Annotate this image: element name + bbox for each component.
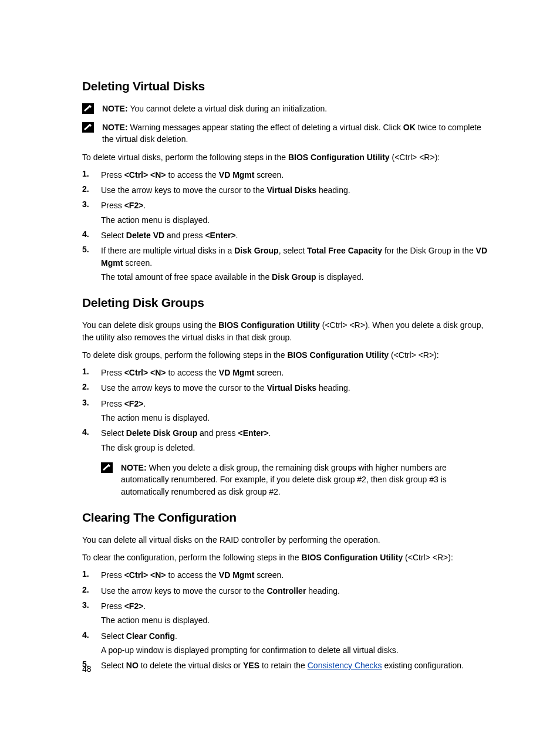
step-result: The action menu is displayed. — [101, 214, 492, 226]
step-list: 1.Press <Ctrl> <N> to access the VD Mgmt… — [82, 367, 492, 454]
page-number: 48 — [82, 664, 92, 674]
step-item: 3.Press <F2>.The action menu is displaye… — [82, 398, 492, 424]
step-item: 4.Select Delete Disk Group and press <En… — [82, 427, 492, 454]
step-body: Press <F2>.The action menu is displayed. — [101, 600, 492, 627]
note-icon — [82, 103, 94, 116]
step-result: The action menu is displayed. — [101, 614, 492, 626]
step-item: 3.Press <F2>.The action menu is displaye… — [82, 199, 492, 226]
step-result: The action menu is displayed. — [101, 412, 492, 424]
step-number: 4. — [82, 427, 101, 437]
step-body: Press <Ctrl> <N> to access the VD Mgmt s… — [101, 367, 492, 378]
step-number: 2. — [82, 382, 101, 391]
step-result: The total amount of free space available… — [101, 271, 492, 283]
step-body: Press <F2>.The action menu is displayed. — [101, 199, 492, 226]
step-number: 2. — [82, 585, 101, 594]
step-body: Select Delete VD and press <Enter>. — [101, 229, 492, 241]
cross-reference-link[interactable]: Consistency Checks — [308, 661, 382, 670]
step-result: A pop-up window is displayed prompting f… — [101, 644, 492, 656]
step-item: 1.Press <Ctrl> <N> to access the VD Mgmt… — [82, 169, 492, 181]
step-body: Select Clear Config.A pop-up window is d… — [101, 630, 492, 657]
note-icon — [82, 122, 94, 134]
step-item: 2.Use the arrow keys to move the cursor … — [82, 184, 492, 196]
heading-clearing-configuration: Clearing The Configuration — [82, 510, 492, 525]
step-number: 3. — [82, 600, 101, 610]
step-number: 3. — [82, 398, 101, 407]
step-result: The disk group is deleted. — [101, 442, 492, 454]
step-item: 1.Press <Ctrl> <N> to access the VD Mgmt… — [82, 367, 492, 378]
step-number: 4. — [82, 229, 101, 239]
note: NOTE: Warning messages appear stating th… — [82, 121, 492, 146]
note-text: NOTE: When you delete a disk group, the … — [121, 462, 492, 498]
step-list: 1.Press <Ctrl> <N> to access the VD Mgmt… — [82, 169, 492, 283]
step-number: 1. — [82, 169, 101, 178]
step-item: 2.Use the arrow keys to move the cursor … — [82, 585, 492, 597]
intro-paragraph: To delete disk groups, perform the follo… — [82, 349, 492, 361]
step-number: 1. — [82, 569, 101, 579]
step-item: 3.Press <F2>.The action menu is displaye… — [82, 600, 492, 627]
step-number: 3. — [82, 199, 101, 209]
intro-paragraph: To clear the configuration, perform the … — [82, 552, 492, 563]
step-body: Press <F2>.The action menu is displayed. — [101, 398, 492, 424]
step-number: 5. — [82, 245, 101, 254]
step-number: 4. — [82, 630, 101, 640]
step-item: 4.Select Delete VD and press <Enter>. — [82, 229, 492, 241]
step-body: Use the arrow keys to move the cursor to… — [101, 184, 492, 196]
heading-deleting-disk-groups: Deleting Disk Groups — [82, 296, 492, 310]
intro-paragraph: To delete virtual disks, perform the fol… — [82, 151, 492, 163]
step-number: 1. — [82, 367, 101, 376]
step-number: 2. — [82, 184, 101, 194]
note: NOTE: You cannot delete a virtual disk d… — [82, 103, 492, 116]
step-body: Use the arrow keys to move the cursor to… — [101, 382, 492, 394]
step-body: Select Delete Disk Group and press <Ente… — [101, 427, 492, 454]
step-item: 5.Select NO to delete the virtual disks … — [82, 660, 492, 671]
step-body: Press <Ctrl> <N> to access the VD Mgmt s… — [101, 169, 492, 181]
step-body: Press <Ctrl> <N> to access the VD Mgmt s… — [101, 569, 492, 581]
step-body: Select NO to delete the virtual disks or… — [101, 660, 492, 671]
heading-deleting-virtual-disks: Deleting Virtual Disks — [82, 79, 492, 93]
step-item: 2.Use the arrow keys to move the cursor … — [82, 382, 492, 394]
note-text: NOTE: You cannot delete a virtual disk d… — [102, 103, 492, 114]
step-item: 4.Select Clear Config.A pop-up window is… — [82, 630, 492, 657]
step-body: Use the arrow keys to move the cursor to… — [101, 585, 492, 597]
step-list: 1.Press <Ctrl> <N> to access the VD Mgmt… — [82, 569, 492, 671]
note-icon — [101, 462, 113, 475]
step-item: 1.Press <Ctrl> <N> to access the VD Mgmt… — [82, 569, 492, 581]
note: NOTE: When you delete a disk group, the … — [101, 462, 492, 498]
page-container: Deleting Virtual Disks NOTE: You cannot … — [0, 0, 560, 744]
step-body: If there are multiple virtual disks in a… — [101, 245, 492, 283]
note-text: NOTE: Warning messages appear stating th… — [102, 121, 492, 146]
body-paragraph: You can delete all virtual disks on the … — [82, 534, 492, 546]
step-item: 5.If there are multiple virtual disks in… — [82, 245, 492, 283]
body-paragraph: You can delete disk groups using the BIO… — [82, 319, 492, 343]
